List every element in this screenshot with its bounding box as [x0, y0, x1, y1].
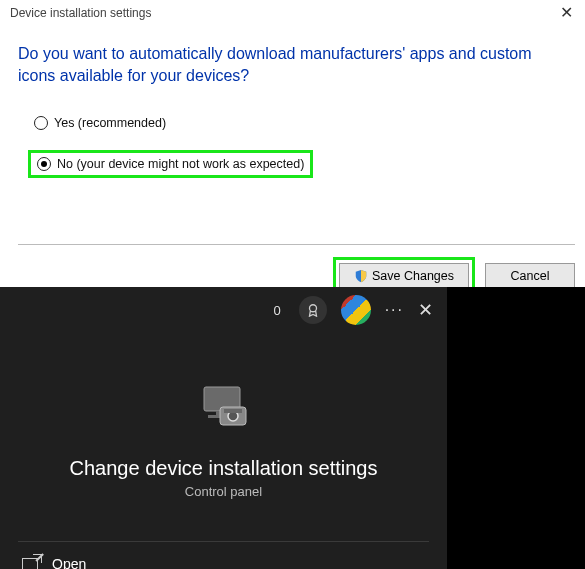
cancel-button-label: Cancel: [511, 269, 550, 283]
svg-point-0: [309, 305, 316, 312]
dialog-question: Do you want to automatically download ma…: [0, 25, 585, 94]
dialog-title: Device installation settings: [10, 6, 554, 20]
radio-no-indicator: [37, 157, 51, 171]
search-result-title: Change device installation settings: [0, 457, 447, 480]
avatar[interactable]: [341, 295, 371, 325]
open-label: Open: [52, 556, 86, 569]
radio-no-label: No (your device might not work as expect…: [57, 157, 304, 171]
titlebar: Device installation settings ✕: [0, 0, 585, 25]
device-settings-icon: [194, 379, 254, 439]
radio-yes-label: Yes (recommended): [54, 116, 166, 130]
save-button-label: Save Changes: [372, 269, 454, 283]
search-topbar: 0 ··· ✕: [0, 287, 447, 331]
open-icon: [22, 558, 38, 569]
svg-rect-6: [224, 409, 242, 413]
save-button[interactable]: Save Changes: [339, 263, 469, 289]
radio-no[interactable]: No (your device might not work as expect…: [28, 150, 313, 178]
shield-icon: [354, 269, 368, 283]
radio-yes[interactable]: Yes (recommended): [28, 112, 172, 134]
close-icon[interactable]: ✕: [554, 3, 579, 22]
device-installation-dialog: Device installation settings ✕ Do you wa…: [0, 0, 585, 194]
open-action[interactable]: Open: [0, 542, 447, 569]
cancel-button[interactable]: Cancel: [485, 263, 575, 289]
radio-yes-indicator: [34, 116, 48, 130]
points-count: 0: [273, 303, 280, 318]
search-card: 0 ··· ✕ Change device installation setti…: [0, 287, 447, 569]
medal-icon[interactable]: [299, 296, 327, 324]
search-result[interactable]: Change device installation settings Cont…: [0, 331, 447, 499]
search-result-subtitle: Control panel: [0, 484, 447, 499]
radio-group: Yes (recommended) No (your device might …: [0, 94, 585, 178]
more-icon[interactable]: ···: [385, 301, 404, 319]
close-search-icon[interactable]: ✕: [418, 299, 433, 321]
search-panel: 0 ··· ✕ Change device installation setti…: [0, 287, 585, 569]
